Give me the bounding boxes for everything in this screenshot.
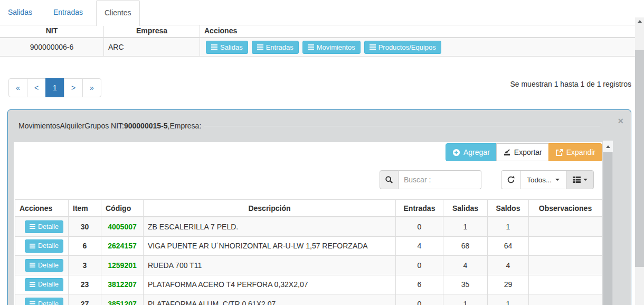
tab-entradas[interactable]: Entradas [45, 0, 91, 25]
menu-icon [30, 224, 35, 229]
dropdown-label: Todos... [527, 176, 552, 184]
records-info: Se muestran 1 hasta 1 de 1 registros [510, 80, 631, 88]
entradas-cell: 6 [395, 275, 443, 294]
item-cell: 23 [68, 275, 101, 294]
button-label: Agregar [463, 148, 490, 156]
table-row: Detalle 3 1259201 RUEDA 700 T11 0 4 4 [15, 256, 602, 275]
acciones-cell: Detalle [15, 294, 68, 305]
client-actions: Salidas Entradas Movimientos Productos/E… [200, 38, 635, 56]
panel-content: Agregar Exportar Expandir [14, 142, 602, 305]
detalle-button[interactable]: Detalle [25, 220, 63, 234]
button-label: Movimientos [317, 44, 355, 51]
col-header-observaciones: Observaciones [528, 200, 602, 216]
detalle-button[interactable]: Detalle [25, 259, 63, 272]
table-row: Detalle 6 2624157 VIGA PUENTE AR U´NHORI… [15, 237, 602, 256]
menu-icon [30, 263, 35, 267]
client-entradas-button[interactable]: Entradas [252, 41, 299, 54]
tab-salidas[interactable]: Salidas [0, 0, 40, 25]
search-input[interactable] [399, 170, 481, 189]
observaciones-cell [528, 256, 602, 275]
scrollbar-thumb[interactable] [603, 152, 612, 305]
item-cell: 27 [68, 294, 101, 305]
menu-icon [211, 44, 217, 50]
columns-dropdown[interactable] [566, 170, 594, 189]
exportar-button[interactable]: Exportar [496, 143, 549, 161]
menu-icon [30, 244, 35, 248]
export-icon [503, 149, 511, 156]
refresh-icon [507, 175, 515, 184]
salidas-cell: 4 [443, 256, 487, 275]
page-last-button[interactable]: » [82, 78, 101, 97]
movimientos-table: Acciones Item Código Descripción Entrada… [15, 199, 602, 305]
col-header-acciones: Acciones [200, 25, 635, 37]
saldos-cell: 1 [487, 294, 528, 305]
panel-scrollbar[interactable] [603, 141, 613, 305]
button-label: Detalle [38, 243, 59, 249]
salidas-cell: 1 [443, 294, 487, 305]
observaciones-cell [528, 217, 602, 236]
tab-clientes[interactable]: Clientes [96, 0, 140, 26]
button-label: Detalle [38, 262, 59, 269]
observaciones-cell [528, 275, 602, 294]
search-bar [380, 170, 481, 189]
table-row: Detalle 23 3812207 PLATAFORMA ACERO T4 P… [15, 275, 602, 295]
close-icon[interactable]: × [618, 116, 623, 126]
table-row: Detalle 30 4005007 ZB ESCALERILLA 7 PELD… [15, 217, 602, 237]
entradas-cell: 4 [395, 237, 443, 256]
table-row: Detalle 27 3851207 PLATAFORMA ALUM. C/TR… [15, 294, 602, 305]
col-header-item: Item [68, 200, 101, 216]
plus-circle-icon [452, 149, 460, 156]
scroll-up-button[interactable] [603, 141, 613, 152]
menu-icon [308, 44, 314, 50]
refresh-button[interactable] [501, 170, 520, 189]
scroll-up-button[interactable] [635, 17, 644, 25]
page-prev-button[interactable]: < [27, 78, 46, 97]
agregar-button[interactable]: Agregar [446, 143, 497, 161]
scrollbar-thumb[interactable] [635, 50, 644, 267]
col-header-descripcion: Descripción [143, 200, 395, 216]
search-icon [385, 175, 393, 184]
detalle-button[interactable]: Detalle [25, 298, 63, 305]
codigo-cell: 1259201 [101, 256, 143, 275]
codigo-cell: 4005007 [101, 217, 143, 236]
client-productos-equipos-button[interactable]: Productos/Equipos [364, 41, 441, 54]
col-header-saldos: Saldos [487, 200, 528, 216]
salidas-cell: 68 [443, 237, 487, 256]
codigo-cell: 3812207 [101, 275, 143, 294]
entradas-cell: 0 [395, 217, 443, 236]
col-header-nit: NIT [0, 25, 103, 37]
client-empresa: ARC [103, 38, 200, 56]
client-nit: 900000006-6 [0, 38, 103, 56]
detalle-button[interactable]: Detalle [25, 239, 63, 253]
salidas-cell: 1 [443, 217, 487, 236]
codigo-cell: 3851207 [101, 294, 143, 305]
clients-table-header: NIT Empresa Acciones [0, 25, 635, 38]
client-movimientos-button[interactable]: Movimientos [302, 41, 361, 54]
page-current[interactable]: 1 [45, 78, 64, 97]
todos-dropdown[interactable]: Todos... [520, 170, 566, 189]
button-label: Expandir [566, 148, 595, 156]
acciones-cell: Detalle [15, 256, 68, 275]
th-list-icon [573, 176, 581, 183]
movimientos-table-header: Acciones Item Código Descripción Entrada… [15, 199, 602, 217]
item-cell: 3 [68, 256, 101, 275]
page-next-button[interactable]: > [64, 78, 83, 97]
descripcion-cell: RUEDA 700 T11 [143, 256, 395, 275]
saldos-cell: 64 [487, 237, 528, 256]
panel-title-nit: 900000015-5 [124, 122, 168, 130]
client-salidas-button[interactable]: Salidas [206, 41, 248, 54]
menu-icon [30, 282, 35, 287]
filter-group: Todos... [501, 170, 594, 189]
detalle-button[interactable]: Detalle [25, 278, 63, 291]
button-label: Exportar [514, 148, 542, 156]
button-label: Salidas [220, 44, 243, 51]
descripcion-cell: PLATAFORMA ACERO T4 PERFORA 0,32X2,07 [143, 275, 395, 294]
panel-title-suffix: ,Empresa: [168, 122, 202, 130]
page-first-button[interactable]: « [8, 78, 27, 97]
expandir-button[interactable]: Expandir [548, 143, 602, 161]
saldos-cell: 4 [487, 256, 528, 275]
panel-title: MovimientosAlquilerGrupos NIT: 900000015… [18, 122, 600, 130]
page-scrollbar[interactable] [635, 17, 644, 305]
client-row: 900000006-6 ARC Salidas Entradas Movimie… [0, 38, 635, 57]
tab-bar: Salidas Entradas Clientes [0, 0, 635, 25]
